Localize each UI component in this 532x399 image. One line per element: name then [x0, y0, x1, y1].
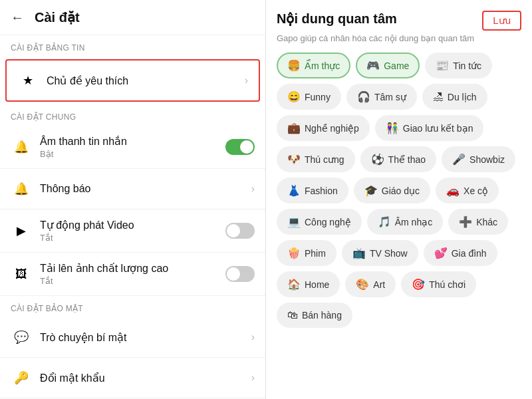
tag-item[interactable]: 🍔Ẩm thực — [277, 53, 350, 78]
mat-khau-title: Đổi mật khẩu — [40, 372, 251, 384]
menu-item-thong-bao[interactable]: 🔔 Thông báo › — [0, 169, 265, 209]
tag-label: Thú cưng — [305, 154, 344, 165]
toggle-thumb — [240, 140, 253, 154]
save-button[interactable]: Lưu — [482, 11, 521, 31]
tag-label: Tin tức — [453, 61, 481, 71]
tag-label: Game — [384, 61, 409, 71]
tag-label: Phim — [305, 248, 326, 259]
tag-item[interactable]: 🎯Thú chơi — [401, 271, 476, 297]
anh-toggle[interactable] — [225, 266, 255, 282]
bi-mat-title: Trò chuyện bí mật — [40, 331, 251, 344]
tag-item[interactable]: 🎧Tâm sự — [346, 84, 417, 110]
tag-item[interactable]: 🎓Giáo dục — [354, 178, 430, 203]
chu-de-title: Chủ đề yêu thích — [47, 74, 245, 87]
tag-label: Âm nhạc — [395, 217, 432, 227]
tag-emoji: ➕ — [459, 215, 472, 228]
thong-bao-title: Thông báo — [40, 183, 251, 195]
tag-emoji: 🛍 — [287, 309, 298, 321]
tag-item[interactable]: 🛍Bán hàng — [277, 303, 352, 328]
menu-item-chu-de[interactable]: ★ Chủ đề yêu thích › — [5, 59, 260, 102]
tag-label: Funny — [305, 92, 331, 102]
tag-emoji: ⚽ — [371, 153, 384, 166]
video-subtitle: Tắt — [40, 233, 225, 243]
right-header: Nội dung quan tâm Lưu — [277, 11, 521, 31]
tag-item[interactable]: 🏠Home — [277, 271, 340, 297]
menu-item-video[interactable]: ▶ Tự động phát Video Tắt — [0, 209, 265, 253]
tag-label: Thú chơi — [429, 279, 466, 290]
tag-item[interactable]: 📰Tin tức — [425, 53, 492, 78]
tag-item[interactable]: 💼Nghề nghiệp — [277, 115, 370, 141]
left-panel: ← Cài đặt CÀI ĐẶT BẢNG TIN ★ Chủ đề yêu … — [0, 0, 266, 399]
tag-label: Home — [305, 279, 329, 290]
tag-item[interactable]: 📺TV Show — [342, 240, 418, 266]
tag-emoji: 🎵 — [378, 215, 391, 228]
am-thanh-subtitle: Bật — [40, 149, 225, 159]
tags-container: 🍔Ẩm thực🎮Game📰Tin tức😄Funny🎧Tâm sự🏖Du lị… — [277, 53, 521, 328]
tag-label: Công nghệ — [305, 217, 351, 227]
tag-item[interactable]: ⚽Thể thao — [360, 146, 436, 172]
menu-item-mat-khau[interactable]: 🔑 Đổi mật khẩu › — [0, 358, 265, 398]
tag-item[interactable]: 🚗Xe cộ — [436, 178, 499, 203]
tag-emoji: 🎯 — [412, 278, 425, 291]
image-icon: 🖼 — [11, 263, 32, 285]
tag-item[interactable]: 🐶Thú cưng — [277, 146, 355, 172]
tag-label: Showbiz — [469, 154, 505, 165]
tag-emoji: 📺 — [352, 247, 366, 259]
back-button[interactable]: ← — [11, 10, 24, 25]
right-panel: Nội dung quan tâm Lưu Gapo giúp cá nhân … — [266, 0, 532, 399]
tag-label: TV Show — [370, 248, 408, 259]
anh-subtitle: Tắt — [40, 276, 225, 286]
menu-item-anh[interactable]: 🖼 Tải lên ảnh chất lượng cao Tắt — [0, 253, 265, 296]
tag-label: Nghề nghiệp — [305, 123, 359, 134]
toggle-thumb-3 — [227, 267, 240, 281]
tag-emoji: 🎮 — [366, 59, 380, 72]
section-label-bang-tin: CÀI ĐẶT BẢNG TIN — [0, 35, 265, 57]
left-header: ← Cài đặt — [0, 0, 265, 35]
arrow-icon: › — [245, 74, 248, 86]
tag-item[interactable]: 💕Gia đình — [424, 240, 497, 266]
tag-item[interactable]: 🎨Art — [345, 271, 396, 297]
tag-label: Tâm sự — [374, 92, 406, 102]
tag-emoji: 🚗 — [446, 184, 460, 197]
menu-item-am-thanh[interactable]: 🔔 Âm thanh tin nhắn Bật — [0, 126, 265, 169]
right-title: Nội dung quan tâm — [277, 11, 397, 27]
arrow-icon-4: › — [251, 372, 255, 384]
tag-item[interactable]: 😄Funny — [277, 84, 341, 110]
tag-emoji: 🍿 — [287, 247, 301, 259]
tag-label: Du lịch — [448, 92, 477, 102]
tag-emoji: 🏠 — [287, 278, 301, 291]
tag-item[interactable]: 🏖Du lịch — [422, 84, 487, 110]
tag-emoji: 🎓 — [364, 184, 378, 197]
arrow-icon-3: › — [251, 331, 255, 343]
tag-emoji: 💕 — [434, 247, 448, 259]
tag-label: Bán hàng — [302, 310, 342, 321]
tag-label: Ẩm thực — [305, 61, 340, 71]
menu-item-bi-mat[interactable]: 💬 Trò chuyện bí mật › — [0, 317, 265, 358]
tag-label: Giáo dục — [382, 186, 420, 196]
sound-icon: 🔔 — [11, 136, 32, 158]
right-subtitle: Gapo giúp cá nhân hóa các nội dung bạn q… — [277, 33, 521, 43]
am-thanh-toggle[interactable] — [225, 139, 255, 155]
tag-emoji: 💼 — [287, 122, 301, 134]
tag-label: Art — [373, 279, 385, 290]
tag-item[interactable]: 🎵Âm nhạc — [367, 209, 443, 235]
arrow-icon-2: › — [251, 183, 255, 195]
tag-emoji: 😄 — [287, 90, 301, 103]
tag-label: Xe cộ — [464, 186, 488, 196]
key-icon: 🔑 — [11, 367, 32, 388]
tag-emoji: 🐶 — [287, 153, 301, 166]
tag-item[interactable]: 👗Fashion — [277, 178, 348, 203]
tag-item[interactable]: 💻Công nghệ — [277, 209, 362, 235]
tag-item[interactable]: 🍿Phim — [277, 240, 336, 266]
tag-item[interactable]: 🎮Game — [356, 53, 420, 78]
section-label-bao-mat: CÀI ĐẶT BẢO MẬT — [0, 296, 265, 317]
tag-item[interactable]: ➕Khác — [448, 209, 508, 235]
left-title: Cài đặt — [35, 9, 80, 25]
tag-item[interactable]: 👫Giao lưu kết bạn — [375, 115, 484, 141]
chat-icon: 💬 — [11, 327, 32, 348]
tag-emoji: 🎨 — [356, 278, 369, 291]
anh-title: Tải lên ảnh chất lượng cao — [40, 262, 225, 275]
video-toggle[interactable] — [225, 223, 255, 239]
tag-item[interactable]: 🎤Showbiz — [442, 146, 515, 172]
tag-emoji: 📰 — [436, 59, 449, 72]
